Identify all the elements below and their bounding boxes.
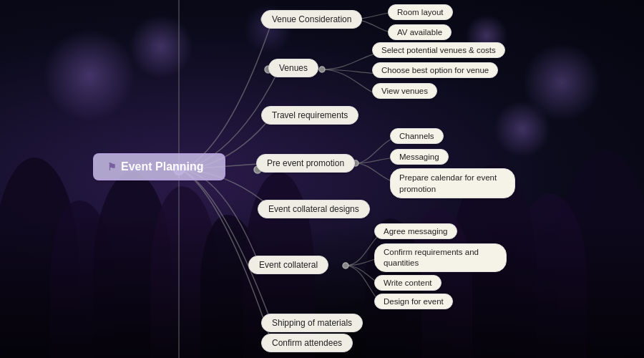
write-content-node[interactable]: Write content: [374, 275, 441, 291]
prepare-calendar-node[interactable]: Prepare calendar for event promotion: [390, 168, 515, 198]
design-event-label: Design for event: [384, 297, 444, 306]
event-collateral-node[interactable]: Event collateral: [248, 256, 328, 274]
choose-best-label: Choose best option for venue: [381, 66, 489, 74]
design-event-node[interactable]: Design for event: [374, 294, 453, 309]
shipping-label: Shipping of materials: [272, 318, 352, 328]
venues-node[interactable]: Venues: [268, 59, 318, 77]
confirm-attendees-node[interactable]: Confirm attendees: [261, 334, 353, 352]
event-collateral-designs-node[interactable]: Event collateral designs: [258, 200, 370, 218]
select-venues-label: Select potential venues & costs: [381, 46, 496, 54]
root-label: Event Planning: [121, 160, 204, 173]
confirm-req-label: Confirm requirements and quantities: [384, 248, 479, 267]
shipping-node[interactable]: Shipping of materials: [261, 314, 363, 332]
agree-messaging-node[interactable]: Agree messaging: [374, 223, 457, 239]
select-venues-node[interactable]: Select potential venues & costs: [372, 42, 505, 58]
pre-event-label: Pre event promotion: [267, 158, 344, 168]
venues-label: Venues: [279, 63, 308, 73]
view-venues-node[interactable]: View venues: [372, 83, 437, 99]
confirm-req-node[interactable]: Confirm requirements and quantities: [374, 243, 507, 272]
event-collateral-label: Event collateral: [259, 260, 318, 270]
messaging-label: Messaging: [399, 153, 439, 161]
pre-event-node[interactable]: Pre event promotion: [256, 154, 355, 173]
venue-consideration-label: Venue Consideration: [272, 14, 351, 24]
messaging-node[interactable]: Messaging: [390, 149, 449, 165]
flag-icon: ⚑: [107, 161, 117, 173]
av-available-label: AV available: [397, 28, 442, 37]
channels-node[interactable]: Channels: [390, 128, 444, 144]
write-content-label: Write content: [384, 279, 432, 287]
prepare-calendar-label: Prepare calendar for event promotion: [399, 173, 497, 193]
room-layout-label: Room layout: [397, 8, 444, 16]
av-available-node[interactable]: AV available: [388, 24, 452, 40]
choose-best-node[interactable]: Choose best option for venue: [372, 62, 498, 78]
mindmap: ⚑ Event Planning Venue Consideration Roo…: [0, 0, 644, 358]
event-collateral-designs-label: Event collateral designs: [268, 204, 359, 214]
confirm-attendees-label: Confirm attendees: [272, 338, 342, 348]
channels-label: Channels: [399, 132, 434, 140]
view-venues-label: View venues: [381, 87, 428, 95]
room-layout-node[interactable]: Room layout: [388, 4, 453, 20]
travel-req-label: Travel requirements: [272, 110, 348, 120]
root-node[interactable]: ⚑ Event Planning: [93, 153, 225, 180]
venue-consideration-node[interactable]: Venue Consideration: [261, 10, 362, 29]
travel-req-node[interactable]: Travel requirements: [261, 106, 358, 125]
agree-messaging-label: Agree messaging: [384, 227, 448, 236]
